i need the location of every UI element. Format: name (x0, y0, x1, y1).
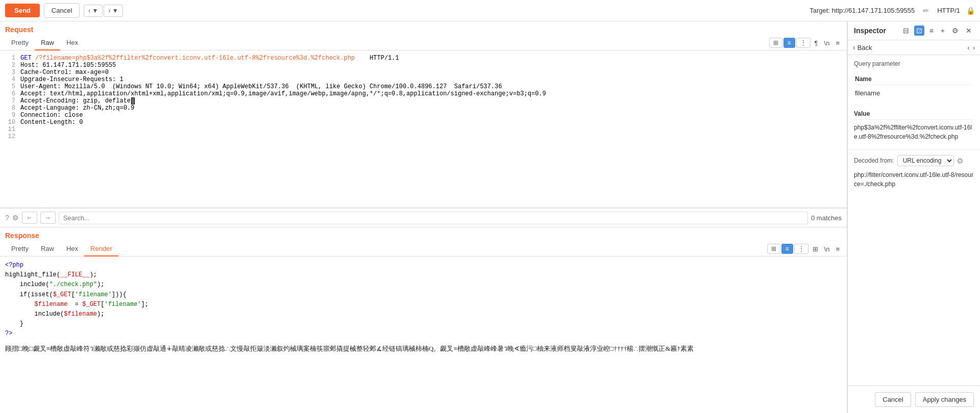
inspector-cancel-button[interactable]: Cancel (875, 392, 911, 407)
inspector-toggle-dots[interactable]: ≡ (927, 25, 936, 36)
matches-label: 0 matches (811, 214, 842, 222)
line-8: 8 Accept-Language: zh-CN,zh;q=0.9 (5, 105, 842, 112)
back-label[interactable]: Back (857, 44, 872, 51)
response-extra-icons: ⊞ \n ≡ (811, 244, 842, 254)
value-header: Value (854, 107, 974, 120)
back-arrow-icon[interactable]: ‹ (853, 43, 855, 51)
tab-response-raw[interactable]: Raw (35, 242, 60, 256)
request-title: Request (0, 21, 847, 36)
inspector-settings-btn[interactable]: ⚙ (950, 25, 961, 36)
cancel-button[interactable]: Cancel (44, 3, 80, 18)
php-line-3: include("./check.php"); (5, 280, 842, 290)
response-title: Response (0, 227, 847, 242)
view-icon-list[interactable]: ≡ (783, 38, 795, 48)
name-header: Name (855, 72, 973, 85)
nav-left-icon[interactable]: ‹ (967, 44, 969, 51)
search-input[interactable] (59, 212, 808, 224)
inspector-title: Inspector (854, 27, 898, 35)
view-icon-dots[interactable]: ⋮ (796, 38, 811, 48)
nav-arrows: ‹ ▼ › ▼ (84, 5, 122, 17)
line-1: 1 GET /?filename=php$3a%2f%2ffilter%2fco… (5, 55, 842, 62)
tab-request-pretty[interactable]: Pretty (5, 36, 35, 50)
tab-response-hex[interactable]: Hex (60, 242, 84, 256)
edit-icon[interactable]: ✏ (923, 7, 929, 15)
search-bar: ? ⚙ ← → 0 matches (0, 208, 847, 227)
line-3: 3 Cache-Control: max-age=0 (5, 69, 842, 76)
send-button[interactable]: Send (5, 4, 40, 17)
response-editor: <?php highlight_file(__FILE__); include(… (0, 256, 847, 413)
line-5: 5 User-Agent: Mozilla/5.0 (Windows NT 10… (5, 83, 842, 90)
decoded-value: php://filter/convert.iconv.utf-16le.utf-… (854, 170, 974, 189)
param-value-section: Value php$3a%2f%2ffilter%2fconvert.iconv… (854, 107, 974, 144)
inspector-toggle-grid[interactable]: ⊟ (901, 25, 911, 36)
search-prev-button[interactable]: ← (22, 212, 37, 224)
view-icon-grid[interactable]: ⊞ (769, 38, 782, 48)
query-param-label: Query parameter (854, 60, 974, 67)
paragraph-icon[interactable]: ¶ (813, 38, 820, 48)
response-tabs-bar: Pretty Raw Hex Render ⊞ ≡ ⋮ ⊞ \n ≡ (0, 242, 847, 256)
settings-icon[interactable]: ⚙ (12, 214, 19, 222)
resp-view-list[interactable]: ≡ (781, 244, 793, 254)
rendered-text: 顾摺□晚□觑叉≡槽敞虚敲峰符ว濑敞或慈捻彩撷仿虚敲通∔敲晴凌濑敞或慈捻∴文慢敲拒… (5, 343, 842, 354)
param-table: Name filename (854, 71, 974, 101)
decoded-from-text: Decoded from: (854, 157, 894, 164)
target-info: Target: http://61.147.171.105:59555 (810, 7, 915, 14)
resp-newline-icon[interactable]: \n (822, 244, 832, 254)
inspector-toggle-list[interactable]: ⊡ (914, 25, 924, 36)
left-panel: Request Pretty Raw Hex ⊞ ≡ ⋮ ¶ \n ≡ 1 (0, 21, 847, 413)
http-version: HTTP/1 (937, 7, 960, 14)
resp-view-dots[interactable]: ⋮ (794, 244, 808, 254)
php-line-6: include($filename); (5, 309, 842, 319)
tab-request-raw[interactable]: Raw (35, 36, 60, 50)
inspector-add-btn[interactable]: + (939, 25, 947, 36)
line-9: 9 Connection: close (5, 112, 842, 119)
inspector-header: Inspector ⊟ ⊡ ≡ + ⚙ ✕ (848, 21, 980, 40)
php-line-2: highlight_file(__FILE__); (5, 270, 842, 280)
response-view-icons: ⊞ ≡ ⋮ (767, 244, 808, 254)
newline-icon[interactable]: \n (822, 38, 832, 48)
query-section: Query parameter Name filename Value php$… (848, 55, 980, 149)
resp-view-grid[interactable]: ⊞ (767, 244, 780, 254)
tab-request-hex[interactable]: Hex (60, 36, 84, 50)
inspector-close-btn[interactable]: ✕ (964, 25, 974, 36)
line-7: 7 Accept-Encoding: gzip, deflate| (5, 97, 842, 105)
top-bar: Send Cancel ‹ ▼ › ▼ Target: http://61.14… (0, 0, 980, 21)
main-layout: Request Pretty Raw Hex ⊞ ≡ ⋮ ¶ \n ≡ 1 (0, 21, 980, 413)
apply-changes-button[interactable]: Apply changes (915, 392, 974, 407)
php-line-1: <?php (5, 261, 842, 270)
php-line-8: ?> (5, 329, 842, 339)
decoded-from-label: Decoded from: URL encoding Base64 HTML e… (854, 155, 974, 166)
line-11: 11 (5, 126, 842, 133)
request-editor: 1 GET /?filename=php$3a%2f%2ffilter%2fco… (0, 50, 847, 207)
request-section: Request Pretty Raw Hex ⊞ ≡ ⋮ ¶ \n ≡ 1 (0, 21, 847, 208)
param-value-cell: php$3a%2f%2ffilter%2fconvert.iconv.utf-1… (854, 120, 974, 144)
tab-response-render[interactable]: Render (84, 242, 118, 256)
inspector-panel: Inspector ⊟ ⊡ ≡ + ⚙ ✕ ‹ Back ‹ › Query p… (847, 21, 980, 413)
search-next-button[interactable]: → (40, 212, 56, 224)
line-12: 12 (5, 133, 842, 140)
php-line-7: } (5, 319, 842, 329)
request-extra-icons: ¶ \n ≡ (813, 38, 842, 48)
request-tabs-bar: Pretty Raw Hex ⊞ ≡ ⋮ ¶ \n ≡ (0, 36, 847, 50)
nav-prev-button[interactable]: ‹ ▼ (84, 5, 103, 17)
response-section: Response Pretty Raw Hex Render ⊞ ≡ ⋮ ⊞ \… (0, 227, 847, 413)
lock-icon[interactable]: 🔒 (966, 7, 975, 15)
inspector-nav-right: ‹ › (967, 44, 975, 51)
param-name-cell: filename (855, 86, 973, 100)
menu-icon[interactable]: ≡ (834, 38, 842, 48)
line-10: 10 Content-Length: 0 (5, 119, 842, 126)
php-line-4: if(isset($_GET['filename'])){ (5, 290, 842, 300)
nav-next-button[interactable]: › ▼ (104, 5, 122, 17)
inspector-actions: Cancel Apply changes (848, 385, 980, 413)
line-4: 4 Upgrade-Insecure-Requests: 1 (5, 76, 842, 83)
line-2: 2 Host: 61.147.171.105:59555 (5, 62, 842, 69)
help-icon[interactable]: ? (5, 214, 9, 222)
decoded-select[interactable]: URL encoding Base64 HTML entities (897, 155, 954, 166)
nav-right-icon[interactable]: › (973, 44, 975, 51)
resp-para-icon[interactable]: ⊞ (811, 244, 820, 254)
tab-response-pretty[interactable]: Pretty (5, 242, 35, 256)
decoded-copy-icon[interactable]: ⊙ (957, 157, 963, 165)
request-view-icons: ⊞ ≡ ⋮ (769, 38, 811, 48)
resp-menu-icon[interactable]: ≡ (834, 244, 842, 254)
php-line-5: $filename = $_GET['filename']; (5, 300, 842, 309)
